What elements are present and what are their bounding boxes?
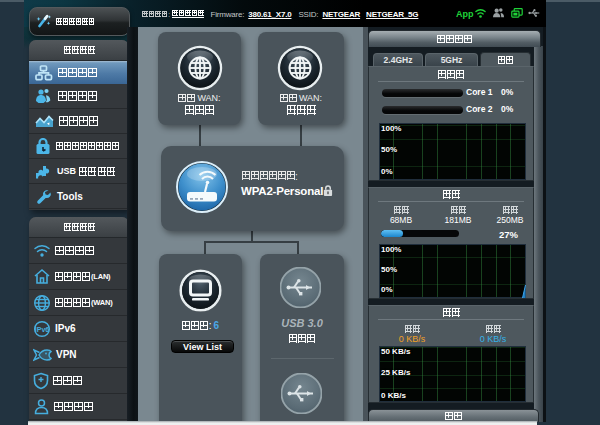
- svg-text:IPv6: IPv6: [35, 326, 50, 333]
